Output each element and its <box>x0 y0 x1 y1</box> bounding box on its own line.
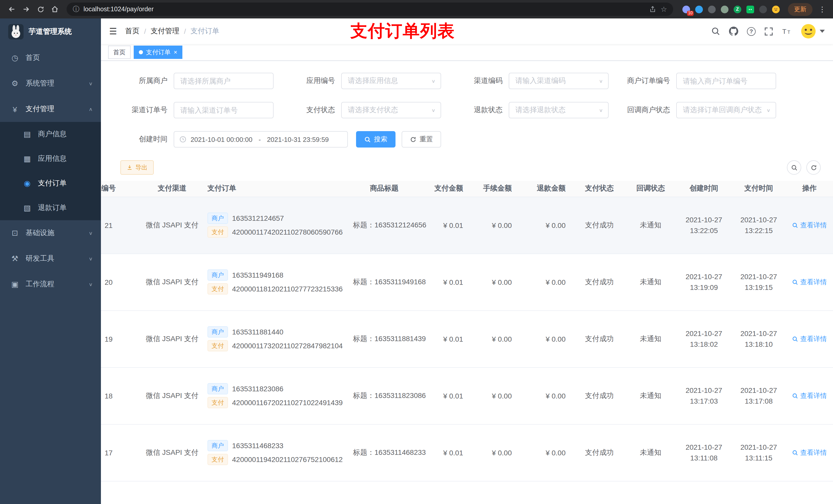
sidebar-item-app-info[interactable]: ▦ 应用信息 <box>0 146 101 171</box>
create-time-range-picker[interactable]: 2021-10-01 00:00:00 - 2021-10-31 23:59:5… <box>174 131 348 147</box>
tab-pay-order[interactable]: 支付订单 × <box>134 46 182 59</box>
view-detail-link[interactable]: 查看详情 <box>792 448 827 457</box>
toggle-search-button[interactable] <box>787 160 801 175</box>
search-icon <box>791 164 798 171</box>
pay-line: 支付 4200001167202110271022491439 <box>208 397 346 408</box>
site-info-icon[interactable]: ⓘ <box>73 5 79 14</box>
sidebar-toggle-icon[interactable]: ☰ <box>109 26 117 37</box>
search-button[interactable]: 搜索 <box>356 131 396 147</box>
refresh-table-button[interactable] <box>806 160 821 175</box>
browser-update-button[interactable]: 更新 <box>788 3 812 16</box>
extension-chat-icon[interactable] <box>746 5 754 13</box>
merchant-tag: 商户 <box>208 383 228 394</box>
extension-z-icon[interactable]: Z <box>734 5 741 13</box>
chevron-down-icon: ∨ <box>89 230 93 236</box>
browser-back-icon[interactable] <box>5 3 19 16</box>
cell-pay-status: 支付成功 <box>574 197 625 254</box>
reset-button[interactable]: 重置 <box>402 131 441 147</box>
logo-image <box>8 24 24 40</box>
browser-menu-icon[interactable]: ⋮ <box>817 5 828 13</box>
merchant-line: 商户 1635312124657 <box>208 213 346 224</box>
cell-actions: 查看详情 <box>786 310 833 367</box>
cell-pay-time: 2021-10-27 13:11:15 <box>732 424 786 481</box>
browser-forward-icon[interactable] <box>20 3 33 16</box>
help-icon[interactable]: ? <box>747 27 756 35</box>
extension-emoji-icon[interactable] <box>772 5 780 13</box>
refund-status-select[interactable]: 请选择退款状态 ∨ <box>509 102 609 118</box>
view-detail-link[interactable]: 查看详情 <box>792 391 827 400</box>
sidebar-item-refund-order[interactable]: ▧ 退款订单 <box>0 196 101 220</box>
sidebar-item-payment[interactable]: ¥ 支付管理 ∧ <box>0 96 101 122</box>
cell-create-time: 2021-10-27 13:17:03 <box>676 367 732 424</box>
bookmark-star-icon[interactable]: ☆ <box>661 5 667 13</box>
share-icon[interactable] <box>649 6 657 13</box>
channel-code-select[interactable]: 请输入渠道编码 ∨ <box>509 73 609 89</box>
breadcrumb-payment[interactable]: 支付管理 <box>151 27 179 36</box>
search-icon <box>364 136 371 143</box>
sidebar-item-system[interactable]: ⚙ 系统管理 ∨ <box>0 71 101 96</box>
browser-home-icon[interactable] <box>48 3 62 16</box>
cell-pay-status: 支付成功 <box>574 310 625 367</box>
pay-tag: 支付 <box>208 454 228 465</box>
search-icon[interactable] <box>711 27 720 36</box>
sidebar-item-dev-tools[interactable]: ⚒ 研发工具 ∨ <box>0 246 101 271</box>
cell-id: 18 <box>101 367 142 424</box>
view-detail-link[interactable]: 查看详情 <box>792 278 827 287</box>
app-select[interactable]: 请选择应用信息 ∨ <box>341 73 441 89</box>
cell-title: 标题：1635311823086 <box>346 367 423 424</box>
channel-order-no: 4200001167202110271022491439 <box>232 399 343 407</box>
sidebar-item-merchant-info[interactable]: ▤ 商户信息 <box>0 122 101 146</box>
cell-refund <box>520 481 574 504</box>
cell-id: 20 <box>101 254 142 310</box>
merchant-line: 商户 1635311949168 <box>208 269 346 281</box>
table-row: 20 微信 JSAPI 支付 商户 1635311949168 支付 42000… <box>101 254 833 310</box>
extension-puzzle-icon[interactable]: 10 <box>682 5 690 13</box>
tools-icon: ⚒ <box>10 254 20 263</box>
extension-drop-icon[interactable] <box>695 5 703 13</box>
col-create-time: 创建时间 <box>676 181 732 197</box>
cell-refund: ¥ 0.00 <box>520 367 574 424</box>
cell-channel: 微信 JSAPI 支付 <box>142 367 203 424</box>
channel-order-no: 4200001173202110272847982104 <box>232 342 343 350</box>
pay-tag: 支付 <box>208 340 228 351</box>
tab-home[interactable]: 首页 <box>108 46 130 59</box>
callback-status-select[interactable]: 请选择订单回调商户状态 ∨ <box>676 102 776 118</box>
merchant-order-no: 1635312124657 <box>232 214 284 222</box>
cell-pay-status: 支付成功 <box>574 424 625 481</box>
col-actions: 操作 <box>786 181 833 197</box>
address-bar[interactable]: ⓘ localhost:1024/pay/order ☆ <box>67 3 673 16</box>
extension-sage-icon[interactable] <box>721 5 729 13</box>
page-annotation: 支付订单列表 <box>351 20 455 43</box>
sidebar-item-infrastructure[interactable]: ⊡ 基础设施 ∨ <box>0 220 101 246</box>
breadcrumb-home[interactable]: 首页 <box>125 27 140 36</box>
sidebar-item-workflow[interactable]: ▣ 工作流程 ∨ <box>0 271 101 297</box>
user-menu[interactable] <box>801 24 825 39</box>
channel-order-no: 4200001194202110276752100612 <box>232 455 343 463</box>
col-refund: 退款金额 <box>520 181 574 197</box>
cell-id: 17 <box>101 424 142 481</box>
channel-order-no-input[interactable] <box>174 102 273 118</box>
app-logo[interactable]: 芋道管理系统 <box>0 19 101 45</box>
url-text[interactable]: localhost:1024/pay/order <box>84 6 645 13</box>
extension-gray-icon[interactable] <box>708 5 716 13</box>
merchant-input[interactable] <box>174 73 273 89</box>
cell-title: 标题：1635311468233 <box>346 424 423 481</box>
merchant-order-no-input[interactable] <box>676 73 776 89</box>
github-icon[interactable] <box>729 27 738 36</box>
font-size-icon[interactable]: TT <box>782 27 792 35</box>
cell-id: 21 <box>101 197 142 254</box>
fullscreen-icon[interactable] <box>764 27 773 35</box>
extension-dark-puzzle-icon[interactable] <box>759 5 767 13</box>
export-button[interactable]: 导出 <box>120 160 154 175</box>
view-detail-link[interactable]: 查看详情 <box>792 334 827 343</box>
close-icon[interactable]: × <box>174 49 177 55</box>
page-content: 所属商户 应用编号 请选择应用信息 ∨ 渠道编码 请输入渠道编码 <box>101 61 833 504</box>
sidebar-item-pay-order[interactable]: ◉ 支付订单 <box>0 171 101 196</box>
sidebar-item-home[interactable]: ◷ 首页 <box>0 45 101 71</box>
svg-text:T: T <box>782 28 786 35</box>
view-detail-link[interactable]: 查看详情 <box>792 220 827 230</box>
table-row: 商户 163531135736 <box>101 481 833 504</box>
pay-status-select[interactable]: 请选择支付状态 ∨ <box>341 102 441 118</box>
pay-line: 支付 4200001181202110277723215336 <box>208 283 346 294</box>
browser-refresh-icon[interactable] <box>34 3 47 16</box>
